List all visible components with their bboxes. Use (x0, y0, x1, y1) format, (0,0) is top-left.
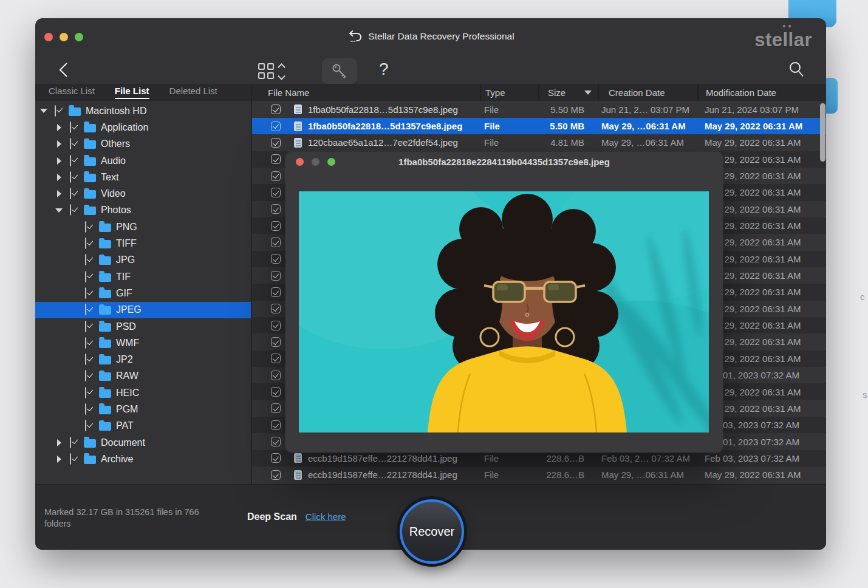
back-icon[interactable] (58, 62, 70, 78)
checkbox[interactable] (271, 470, 281, 480)
checkbox[interactable] (85, 238, 86, 249)
tree-item-audio[interactable]: Audio (35, 152, 251, 169)
tree-item-document[interactable]: Document (35, 434, 251, 451)
tree-item-label: Document (101, 437, 145, 448)
checkbox[interactable] (85, 221, 86, 233)
checkbox[interactable] (85, 354, 86, 365)
creation-date: May 29, …06:31 AM (598, 121, 697, 131)
checkbox[interactable] (271, 121, 281, 131)
tree-item-archive[interactable]: Archive (35, 451, 251, 467)
checkbox[interactable] (70, 138, 71, 149)
search-icon[interactable] (788, 61, 804, 78)
checkbox[interactable] (70, 437, 71, 448)
checkbox[interactable] (85, 271, 86, 282)
tree-item-png[interactable]: PNG (35, 219, 251, 235)
checkbox[interactable] (85, 321, 86, 332)
checkbox[interactable] (271, 321, 281, 330)
file-row[interactable]: eccb19d1587effe…221278dd41.jpegFile228.6… (252, 467, 826, 483)
tree-item-pgm[interactable]: PGM (35, 401, 251, 417)
sort-caret-icon[interactable] (584, 91, 592, 95)
checkbox[interactable] (55, 105, 56, 117)
checkbox[interactable] (70, 155, 71, 166)
checkbox[interactable] (271, 371, 281, 380)
checkbox[interactable] (271, 354, 281, 363)
checkbox[interactable] (271, 221, 281, 231)
column-header-size[interactable]: Size (538, 84, 598, 101)
checkbox[interactable] (85, 387, 86, 398)
checkbox[interactable] (70, 188, 71, 199)
checkbox[interactable] (70, 121, 71, 133)
vertical-scrollbar[interactable] (820, 103, 825, 162)
checkbox[interactable] (271, 238, 281, 247)
file-row[interactable]: 120cbaae65a1a12…7ee2fdef54.jpegFile4.81 … (252, 134, 826, 151)
checkbox[interactable] (271, 387, 281, 397)
expander-right-icon[interactable] (55, 157, 63, 165)
file-row[interactable]: 1fba0b50fa22818…5d1357c9e8.jpegFile5.50 … (252, 101, 826, 118)
tab-classic-list[interactable]: Classic List (49, 86, 95, 99)
tree-item-jpeg[interactable]: JPEG (35, 302, 251, 318)
tree-item-tiff[interactable]: TIFF (35, 235, 251, 251)
recover-button[interactable]: Recover (400, 499, 464, 564)
checkbox[interactable] (271, 154, 281, 164)
checkbox[interactable] (271, 420, 281, 430)
expander-right-icon[interactable] (55, 439, 63, 446)
tree-item-jpg[interactable]: JPG (35, 252, 251, 268)
tree-item-jp2[interactable]: JP2 (35, 351, 251, 368)
file-row[interactable]: 1fba0b50fa22818…5d1357c9e8.jpegFile5.50 … (252, 118, 826, 134)
tree-item-photos[interactable]: Photos (35, 202, 251, 219)
checkbox[interactable] (271, 453, 281, 463)
tree-item-gif[interactable]: GIF (35, 285, 251, 301)
checkbox[interactable] (271, 304, 281, 313)
view-mode-icon[interactable] (258, 63, 274, 79)
tree-item-others[interactable]: Others (35, 136, 251, 152)
tree-item-psd[interactable]: PSD (35, 318, 251, 335)
expander-right-icon[interactable] (55, 124, 63, 131)
checkbox[interactable] (271, 337, 281, 347)
expander-right-icon[interactable] (55, 140, 63, 148)
expander-right-icon[interactable] (55, 456, 63, 463)
column-header-creation-date[interactable]: Creation Date (598, 84, 697, 101)
checkbox[interactable] (85, 304, 86, 315)
checkbox[interactable] (70, 204, 71, 216)
checkbox[interactable] (271, 138, 281, 148)
tab-file-list[interactable]: File List (115, 86, 149, 99)
deep-scan-link[interactable]: Click here (306, 511, 346, 522)
checkbox[interactable] (271, 271, 281, 281)
tree-item-video[interactable]: Video (35, 185, 251, 202)
column-header-file-name[interactable]: File Name (252, 84, 480, 101)
checkbox[interactable] (271, 403, 281, 413)
checkbox[interactable] (271, 188, 281, 197)
tree-item-text[interactable]: Text (35, 169, 251, 185)
checkbox[interactable] (85, 403, 86, 415)
tab-deleted-list[interactable]: Deleted List (169, 86, 217, 99)
checkbox[interactable] (70, 171, 71, 183)
checkbox[interactable] (85, 370, 86, 381)
checkbox[interactable] (70, 453, 71, 465)
checkbox[interactable] (85, 420, 86, 431)
checkbox[interactable] (271, 204, 281, 214)
license-key-button[interactable] (322, 58, 357, 84)
expander-right-icon[interactable] (55, 190, 63, 197)
tree-item-pat[interactable]: PAT (35, 418, 251, 434)
expander-down-icon[interactable] (55, 208, 63, 213)
column-header-type[interactable]: Type (480, 84, 538, 101)
expander-down-icon[interactable] (39, 109, 48, 113)
tree-item-raw[interactable]: RAW (35, 368, 251, 385)
checkbox[interactable] (271, 104, 281, 114)
tree-item-tif[interactable]: TIF (35, 268, 251, 285)
checkbox[interactable] (85, 287, 86, 299)
column-header-modification-date[interactable]: Modification Date (697, 84, 826, 101)
checkbox[interactable] (85, 337, 86, 349)
checkbox[interactable] (271, 254, 281, 264)
checkbox[interactable] (85, 254, 86, 265)
tree-item-heic[interactable]: HEIC (35, 385, 251, 401)
expander-right-icon[interactable] (55, 174, 63, 181)
tree-item-macintosh-hd[interactable]: Macintosh HD (35, 103, 251, 119)
help-button[interactable]: ? (379, 60, 389, 79)
checkbox[interactable] (271, 171, 281, 181)
checkbox[interactable] (271, 287, 281, 297)
tree-item-application[interactable]: Application (35, 119, 251, 135)
tree-item-wmf[interactable]: WMF (35, 335, 251, 351)
checkbox[interactable] (271, 437, 281, 446)
view-mode-toggle-icon[interactable] (279, 64, 284, 79)
